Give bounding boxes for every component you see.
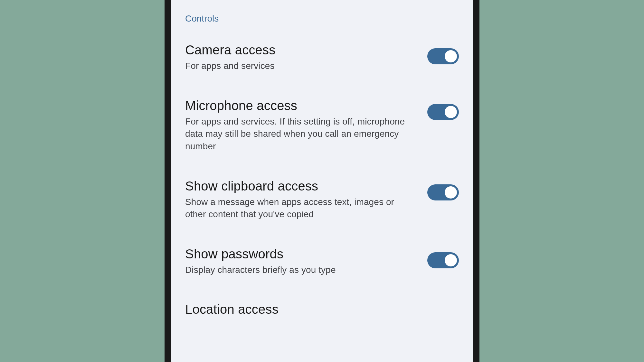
setting-title: Show passwords (185, 246, 414, 262)
setting-title: Location access (185, 301, 446, 317)
setting-show-passwords[interactable]: Show passwords Display characters briefl… (185, 246, 459, 276)
toggle-thumb (445, 50, 457, 62)
setting-text: Location access (185, 301, 459, 319)
toggle-wrapper (427, 178, 459, 200)
toggle-wrapper (427, 246, 459, 268)
setting-subtitle: For apps and services (185, 60, 414, 72)
setting-title: Microphone access (185, 97, 414, 114)
setting-subtitle: For apps and services. If this setting i… (185, 116, 414, 153)
camera-access-toggle[interactable] (427, 48, 459, 64)
setting-subtitle: Display characters briefly as you type (185, 264, 414, 276)
toggle-thumb (445, 186, 457, 199)
setting-microphone-access[interactable]: Microphone access For apps and services.… (185, 97, 459, 153)
toggle-thumb (445, 254, 457, 266)
settings-screen: Controls Camera access For apps and serv… (171, 0, 473, 362)
setting-location-access[interactable]: Location access (185, 301, 459, 319)
section-header: Controls (185, 14, 459, 24)
toggle-wrapper (427, 97, 459, 120)
toggle-wrapper (427, 42, 459, 64)
toggle-thumb (445, 106, 457, 118)
microphone-access-toggle[interactable] (427, 104, 459, 120)
setting-text: Show clipboard access Show a message whe… (185, 178, 427, 221)
setting-text: Show passwords Display characters briefl… (185, 246, 427, 276)
setting-text: Camera access For apps and services (185, 42, 427, 72)
clipboard-access-toggle[interactable] (427, 184, 459, 200)
setting-clipboard-access[interactable]: Show clipboard access Show a message whe… (185, 178, 459, 221)
setting-title: Camera access (185, 42, 414, 58)
device-frame: Controls Camera access For apps and serv… (165, 0, 479, 362)
setting-subtitle: Show a message when apps access text, im… (185, 196, 414, 221)
setting-text: Microphone access For apps and services.… (185, 97, 427, 153)
show-passwords-toggle[interactable] (427, 252, 459, 268)
setting-title: Show clipboard access (185, 178, 414, 194)
setting-camera-access[interactable]: Camera access For apps and services (185, 42, 459, 72)
